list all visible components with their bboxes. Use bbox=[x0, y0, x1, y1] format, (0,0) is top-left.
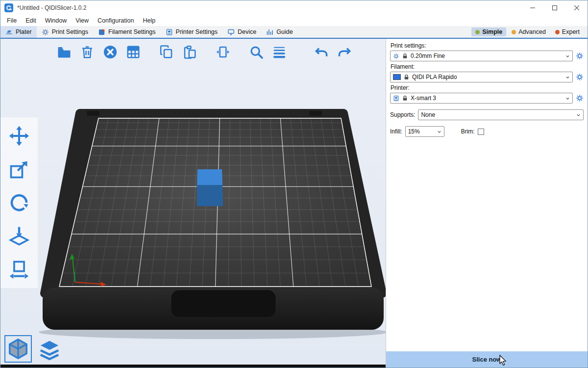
minimize-button[interactable] bbox=[521, 0, 543, 15]
brim-checkbox[interactable] bbox=[478, 129, 484, 135]
mode-simple[interactable]: Simple bbox=[471, 27, 506, 36]
view-toolbar bbox=[4, 335, 62, 363]
menu-file[interactable]: File bbox=[2, 15, 21, 26]
trash-icon bbox=[80, 45, 95, 59]
chevron-down-icon bbox=[565, 54, 570, 58]
gear-icon bbox=[393, 53, 399, 59]
copy-icon bbox=[159, 45, 174, 59]
brim-label: Brim: bbox=[461, 128, 475, 135]
left-toolbar bbox=[0, 117, 38, 288]
mirror-tool-button[interactable] bbox=[6, 258, 32, 281]
variable-layer-height-button[interactable] bbox=[270, 43, 288, 61]
delete-all-button[interactable] bbox=[101, 43, 119, 61]
bed-3d-scene[interactable] bbox=[0, 39, 386, 368]
plater-icon bbox=[5, 28, 13, 36]
search-button[interactable] bbox=[247, 43, 265, 61]
model-cube[interactable] bbox=[197, 169, 223, 206]
tab-guide[interactable]: Guide bbox=[261, 26, 297, 38]
tab-label: Guide bbox=[276, 28, 293, 35]
chevron-down-icon bbox=[437, 130, 441, 134]
filament-value: QIDI PLA Rapido bbox=[412, 74, 563, 80]
printer-label: Printer: bbox=[391, 84, 583, 91]
mode-advanced[interactable]: Advanced bbox=[508, 27, 550, 36]
move-arrows-icon bbox=[8, 125, 30, 147]
tab-plater[interactable]: Plater bbox=[0, 26, 37, 38]
add-object-button[interactable] bbox=[55, 43, 73, 61]
lock-icon bbox=[402, 53, 408, 59]
redo-button[interactable] bbox=[336, 43, 353, 61]
lock-icon bbox=[403, 74, 410, 80]
supports-row: Supports: None bbox=[390, 109, 584, 120]
editor-view-button[interactable] bbox=[4, 335, 32, 363]
filament-combo[interactable]: QIDI PLA Rapido bbox=[390, 72, 573, 82]
right-panel: Print settings: 0.20mm Fine Filament: QI… bbox=[386, 39, 588, 368]
print-settings-row: 0.20mm Fine bbox=[390, 51, 584, 61]
slice-now-button[interactable]: Slice now bbox=[386, 351, 588, 368]
fill-bed-button[interactable] bbox=[214, 43, 232, 61]
chevron-down-icon bbox=[565, 96, 570, 101]
filament-row: QIDI PLA Rapido bbox=[390, 72, 584, 82]
undo-button[interactable] bbox=[313, 43, 330, 61]
chevron-down-icon bbox=[576, 113, 581, 117]
window-controls bbox=[521, 0, 588, 15]
expert-mode-dot-icon bbox=[555, 30, 560, 34]
maximize-button[interactable] bbox=[543, 0, 565, 15]
tab-device[interactable]: Device bbox=[222, 26, 261, 38]
scale-tool-button[interactable] bbox=[6, 158, 32, 181]
menu-configuration[interactable]: Configuration bbox=[93, 15, 138, 26]
window-title: *Untitled - QIDISlicer-1.0.2 bbox=[17, 4, 86, 11]
rotate-tool-button[interactable] bbox=[6, 191, 32, 214]
mode-switcher: Simple Advanced Expert bbox=[471, 26, 588, 38]
infill-label: Infill: bbox=[390, 128, 402, 135]
viewport-3d[interactable] bbox=[0, 39, 386, 368]
print-settings-combo[interactable]: 0.20mm Fine bbox=[390, 51, 573, 61]
infill-combo[interactable]: 15% bbox=[405, 126, 444, 137]
app-logo-icon bbox=[4, 3, 13, 12]
print-settings-gear-button[interactable] bbox=[576, 52, 584, 60]
tab-filament-settings[interactable]: Filament Settings bbox=[93, 26, 161, 38]
menu-view[interactable]: View bbox=[71, 15, 93, 26]
supports-value: None bbox=[421, 111, 574, 118]
tab-label: Device bbox=[238, 28, 256, 35]
paste-button[interactable] bbox=[181, 43, 198, 61]
arrange-grid-icon bbox=[126, 45, 141, 59]
printer-gear-button[interactable] bbox=[576, 94, 584, 102]
preview-view-button[interactable] bbox=[37, 337, 62, 363]
delete-button[interactable] bbox=[78, 43, 96, 61]
menu-edit[interactable]: Edit bbox=[21, 15, 41, 26]
filament-color-swatch bbox=[393, 74, 401, 80]
layers-stack-icon bbox=[38, 339, 61, 361]
supports-label: Supports: bbox=[390, 111, 415, 118]
undo-icon bbox=[314, 45, 329, 59]
filament-gear-button[interactable] bbox=[576, 73, 584, 81]
place-on-face-tool-button[interactable] bbox=[6, 224, 32, 248]
titlebar: *Untitled - QIDISlicer-1.0.2 bbox=[0, 0, 588, 15]
folder-open-icon bbox=[57, 45, 72, 59]
expand-horizontal-icon bbox=[216, 45, 230, 59]
menu-window[interactable]: Window bbox=[41, 15, 71, 26]
move-tool-button[interactable] bbox=[6, 124, 32, 148]
layer-lines-icon bbox=[272, 45, 287, 59]
mode-expert[interactable]: Expert bbox=[551, 27, 584, 36]
infill-brim-row: Infill: 15% Brim: bbox=[390, 126, 584, 137]
arrange-button[interactable] bbox=[124, 43, 142, 61]
menu-help[interactable]: Help bbox=[138, 15, 160, 26]
print-settings-label: Print settings: bbox=[391, 42, 583, 49]
print-settings-value: 0.20mm Fine bbox=[411, 53, 563, 59]
tab-label: Printer Settings bbox=[176, 28, 218, 35]
mirror-icon bbox=[8, 259, 30, 280]
gear-icon bbox=[42, 28, 49, 36]
cube-3d-icon bbox=[7, 338, 29, 360]
tab-label: Plater bbox=[16, 28, 32, 35]
close-button[interactable] bbox=[565, 0, 588, 15]
printer-icon bbox=[166, 28, 173, 36]
advanced-mode-dot-icon bbox=[512, 30, 516, 34]
device-icon bbox=[227, 28, 235, 36]
copy-button[interactable] bbox=[158, 43, 175, 61]
printer-icon bbox=[393, 95, 399, 102]
tab-printer-settings[interactable]: Printer Settings bbox=[161, 26, 222, 38]
filament-label: Filament: bbox=[391, 63, 583, 70]
supports-combo[interactable]: None bbox=[418, 109, 584, 120]
tab-print-settings[interactable]: Print Settings bbox=[37, 26, 93, 38]
printer-combo[interactable]: X-smart 3 bbox=[390, 93, 573, 104]
